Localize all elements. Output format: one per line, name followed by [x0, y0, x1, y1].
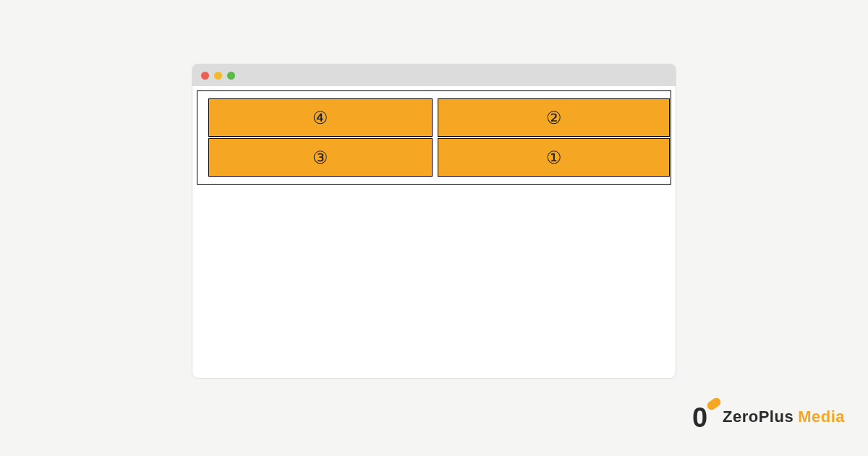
flex-item-label: ④ — [312, 108, 328, 128]
flex-item-2: ② — [438, 98, 670, 137]
window-titlebar — [192, 64, 676, 86]
browser-window-mock: ④ ② ③ ① — [192, 64, 676, 379]
traffic-light-close-icon[interactable] — [201, 72, 209, 80]
traffic-light-zoom-icon[interactable] — [227, 72, 235, 80]
viewport: ④ ② ③ ① — [192, 86, 676, 189]
logo-zero-glyph: 0 — [692, 404, 707, 431]
flex-item-label: ① — [546, 148, 562, 168]
logo-accent-icon — [705, 396, 722, 411]
logo-word-secondary: Media — [798, 408, 845, 426]
flex-item-4: ④ — [208, 98, 433, 137]
flex-container-demo: ④ ② ③ ① — [197, 90, 671, 185]
brand-logo: 0 ZeroPlus Media — [692, 401, 845, 433]
logo-word-primary: ZeroPlus — [723, 408, 793, 426]
flex-item-label: ② — [546, 108, 562, 128]
flex-item-3: ③ — [208, 138, 433, 177]
flex-item-1: ① — [438, 138, 670, 177]
flex-item-label: ③ — [312, 148, 328, 168]
logo-mark-icon: 0 — [692, 401, 718, 433]
traffic-light-minimize-icon[interactable] — [214, 72, 222, 80]
